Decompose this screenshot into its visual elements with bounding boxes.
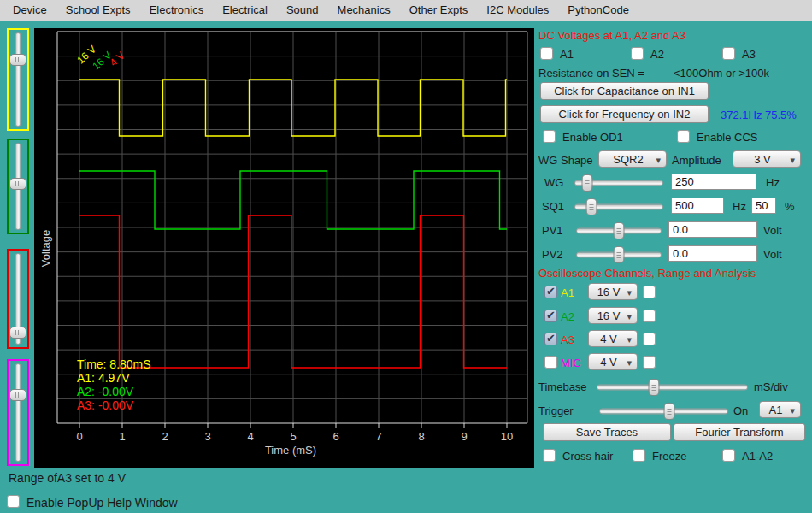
menu-other-expts[interactable]: Other Expts xyxy=(400,0,478,21)
channel-a3-checkbox[interactable] xyxy=(544,333,557,345)
oscilloscope-plot[interactable]: 012345678910 16 V 16 V 4 V Time: 8.80mSA… xyxy=(34,28,534,468)
frequency-button[interactable]: Click for Frequency on IN2 xyxy=(540,105,709,123)
chevron-down-icon xyxy=(623,310,632,322)
trigger-slider[interactable] xyxy=(599,403,728,420)
pv2-unit-label: Volt xyxy=(763,248,782,261)
readout-line: A1: 4.97V xyxy=(77,371,151,385)
a2-offset-handle[interactable] xyxy=(9,178,26,190)
menu-sound[interactable]: Sound xyxy=(277,0,328,21)
a1-offset-handle[interactable] xyxy=(9,54,26,66)
channel-a2-analysis-checkbox[interactable] xyxy=(643,310,656,322)
pv2-voltage-input[interactable] xyxy=(668,245,757,262)
channel-mic-label: MIC xyxy=(561,357,581,369)
pv1-unit-label: Volt xyxy=(763,224,782,237)
chevron-down-icon xyxy=(786,404,795,416)
pv1-slider-handle[interactable] xyxy=(614,222,625,239)
x-tick-label: 2 xyxy=(162,430,168,443)
save-traces-button[interactable]: Save Traces xyxy=(543,423,671,441)
channel-a2-label: A2 xyxy=(561,310,574,323)
mic-offset-handle[interactable] xyxy=(9,389,26,401)
chevron-down-icon xyxy=(652,153,661,166)
wg-unit-label: Hz xyxy=(766,176,780,189)
x-tick-label: 1 xyxy=(119,430,125,443)
capacitance-button[interactable]: Click for Capacitance on IN1 xyxy=(540,82,709,100)
a1-offset-slider[interactable] xyxy=(7,28,29,131)
pv1-slider[interactable] xyxy=(576,222,662,239)
mic-offset-slider[interactable] xyxy=(7,359,29,466)
dc-a1-label: A1 xyxy=(560,48,574,61)
channel-a3-label: A3 xyxy=(561,333,574,346)
channel-a1-checkbox[interactable] xyxy=(544,286,557,298)
menu-electrical[interactable]: Electrical xyxy=(213,0,277,21)
channel-mic-analysis-checkbox[interactable] xyxy=(643,356,656,369)
timebase-label: Timebase xyxy=(538,380,587,393)
timebase-slider[interactable] xyxy=(597,379,748,396)
trigger-label: Trigger xyxy=(538,404,574,417)
wg-shape-value: SQR2 xyxy=(604,153,652,166)
wg-frequency-input[interactable] xyxy=(671,174,756,190)
dc-a2-label: A2 xyxy=(650,48,664,61)
amplitude-select[interactable]: 3 V xyxy=(733,150,801,168)
channel-a1-label: A1 xyxy=(561,286,574,299)
sq1-frequency-input[interactable] xyxy=(671,198,724,214)
cross-hair-label: Cross hair xyxy=(562,450,613,463)
pv2-slider-handle[interactable] xyxy=(614,246,625,263)
menu-device[interactable]: Device xyxy=(3,0,56,21)
sq1-duty-input[interactable] xyxy=(751,198,776,214)
pv1-label: PV1 xyxy=(542,224,563,237)
menu-mechanics[interactable]: Mechanics xyxy=(328,0,400,21)
wg-label: WG xyxy=(544,176,563,189)
channel-a1-analysis-checkbox[interactable] xyxy=(643,286,656,298)
trigger-slider-handle[interactable] xyxy=(663,403,674,420)
app-window: Device School Expts Electronics Electric… xyxy=(0,0,812,513)
a1-a2-checkbox[interactable] xyxy=(722,449,735,462)
channel-a1-range-select[interactable]: 16 V xyxy=(588,283,638,300)
fourier-transform-button[interactable]: Fourier Transform xyxy=(674,423,805,441)
sq1-label: SQ1 xyxy=(542,200,564,213)
menu-pythoncode[interactable]: PythonCode xyxy=(558,0,638,21)
trigger-source-select[interactable]: A1 xyxy=(759,401,801,418)
dc-a2-checkbox[interactable] xyxy=(631,47,644,60)
menu-i2c-modules[interactable]: I2C Modules xyxy=(477,0,558,21)
freeze-checkbox[interactable] xyxy=(633,449,645,462)
pv1-voltage-input[interactable] xyxy=(668,221,757,238)
a3-offset-slider[interactable] xyxy=(7,249,29,349)
mic-offset-groove[interactable] xyxy=(15,363,21,462)
channel-mic-range-select[interactable]: 4 V xyxy=(588,353,638,370)
channel-a2-range-select[interactable]: 16 V xyxy=(588,307,638,324)
a3-offset-handle[interactable] xyxy=(9,327,26,339)
x-tick-label: 4 xyxy=(247,430,253,443)
chevron-down-icon xyxy=(623,286,632,298)
channel-a3-range-select[interactable]: 4 V xyxy=(588,330,638,347)
oscilloscope-header: Oscilloscope Channels, Range and Analysi… xyxy=(538,267,756,280)
a1-offset-groove[interactable] xyxy=(15,32,21,127)
enable-od1-checkbox[interactable] xyxy=(543,130,556,143)
pv2-slider[interactable] xyxy=(576,246,662,263)
cross-hair-checkbox[interactable] xyxy=(543,449,556,462)
menu-school-expts[interactable]: School Expts xyxy=(56,0,140,21)
channel-mic-checkbox[interactable] xyxy=(544,356,557,369)
menu-electronics[interactable]: Electronics xyxy=(140,0,214,21)
timebase-slider-groove[interactable] xyxy=(597,385,748,391)
readout-line: A3: -0.00V xyxy=(77,398,151,412)
dc-a3-checkbox[interactable] xyxy=(722,47,735,60)
enable-od1-label: Enable OD1 xyxy=(562,131,623,144)
x-tick-label: 6 xyxy=(332,430,338,443)
a1-a2-label: A1-A2 xyxy=(742,450,773,463)
channel-a2-checkbox[interactable] xyxy=(544,310,557,322)
popup-help-checkbox[interactable] xyxy=(7,495,20,508)
amplitude-value: 3 V xyxy=(738,153,786,166)
wg-slider-handle[interactable] xyxy=(581,174,592,192)
a2-offset-slider[interactable] xyxy=(7,139,29,234)
chevron-down-icon xyxy=(786,153,795,166)
channel-a3-analysis-checkbox[interactable] xyxy=(643,333,656,345)
enable-ccs-checkbox[interactable] xyxy=(677,130,690,143)
timebase-slider-handle[interactable] xyxy=(649,379,660,396)
wg-shape-select[interactable]: SQR2 xyxy=(598,150,667,168)
amplitude-label: Amplitude xyxy=(672,154,721,167)
sq1-slider-handle[interactable] xyxy=(585,198,597,215)
dc-a1-checkbox[interactable] xyxy=(540,47,553,60)
sq1-slider[interactable] xyxy=(574,198,663,215)
sen-resistance-value: <100Ohm or >100k xyxy=(674,67,769,80)
wg-slider[interactable] xyxy=(574,174,663,192)
